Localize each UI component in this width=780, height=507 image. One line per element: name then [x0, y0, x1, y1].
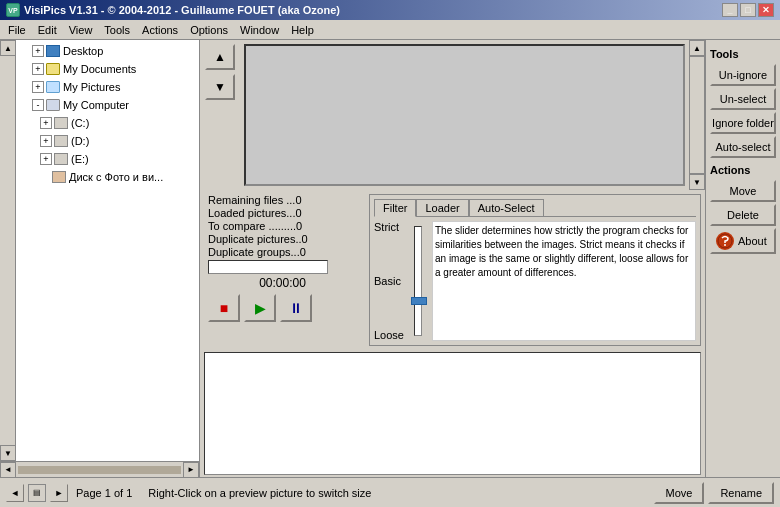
tree-expand-d[interactable]: +: [40, 135, 52, 147]
minimize-button[interactable]: _: [722, 3, 738, 17]
duplicate-groups-label: Duplicate groups...0: [208, 246, 306, 258]
menu-actions[interactable]: Actions: [136, 22, 184, 38]
status-right: Move Rename: [654, 482, 774, 504]
filter-tab-loader[interactable]: Loader: [416, 199, 468, 216]
window-controls: _ □ ✕: [722, 3, 774, 17]
scroll-down-btn[interactable]: ▼: [0, 445, 16, 461]
tree-item-drive-c[interactable]: + (C:): [18, 114, 197, 132]
stop-button[interactable]: ■: [208, 294, 240, 322]
to-compare-row: To compare .........0: [208, 220, 357, 232]
label-loose: Loose: [374, 329, 404, 341]
filter-description: The slider determines how strictly the p…: [432, 221, 696, 341]
preview-scroll-down[interactable]: ▼: [689, 174, 705, 190]
pause-button[interactable]: ⏸: [280, 294, 312, 322]
stats-and-filter: Remaining files ...0 Loaded pictures...0…: [200, 190, 705, 350]
menu-tools[interactable]: Tools: [98, 22, 136, 38]
app-title: VisiPics V1.31 - © 2004-2012 - Guillaume…: [24, 4, 340, 16]
scroll-thumb-h[interactable]: [18, 466, 181, 474]
un-select-button[interactable]: Un-select: [710, 88, 776, 110]
tree-item-my-computer[interactable]: - My Computer: [18, 96, 197, 114]
svg-point-1: [724, 244, 726, 246]
about-button[interactable]: About: [710, 228, 776, 254]
left-panel: ▲ ▼ + Desktop +: [0, 40, 200, 477]
stats-panel: Remaining files ...0 Loaded pictures...0…: [200, 190, 365, 350]
maximize-button[interactable]: □: [740, 3, 756, 17]
title-bar: VP VisiPics V1.31 - © 2004-2012 - Guilla…: [0, 0, 780, 20]
filter-content: Strict Basic Loose The slider determines…: [374, 221, 696, 341]
tree-item-drive-photo[interactable]: Диск с Фото и ви...: [18, 168, 197, 186]
menu-edit[interactable]: Edit: [32, 22, 63, 38]
play-button[interactable]: ▶: [244, 294, 276, 322]
my-pictures-icon: [46, 81, 60, 93]
vertical-scrollbar[interactable]: ▲ ▼: [0, 40, 16, 461]
nav-down-btn[interactable]: ▼: [205, 74, 235, 100]
horizontal-scrollbar[interactable]: ◄ ►: [0, 461, 199, 477]
remaining-files-row: Remaining files ...0: [208, 194, 357, 206]
preview-scroll-up[interactable]: ▲: [689, 40, 705, 56]
slider-thumb[interactable]: [411, 297, 427, 305]
menu-help[interactable]: Help: [285, 22, 320, 38]
auto-select-button[interactable]: Auto-select: [710, 136, 776, 158]
action-buttons: ■ ▶ ⏸: [208, 294, 357, 322]
duplicate-groups-row: Duplicate groups...0: [208, 246, 357, 258]
my-computer-icon: [46, 99, 60, 111]
tree-item-drive-d[interactable]: + (D:): [18, 132, 197, 150]
ignore-folder-button[interactable]: Ignore folder: [710, 112, 776, 134]
delete-button[interactable]: Delete: [710, 204, 776, 226]
tree-expand-my-computer[interactable]: -: [32, 99, 44, 111]
page-prev-btn[interactable]: ◄: [6, 484, 24, 502]
center-area: ▲ ▼ ▲ ▼: [200, 40, 705, 477]
tree-expand-my-documents[interactable]: +: [32, 63, 44, 75]
filter-panel: Filter Loader Auto-Select Strict Basic L…: [369, 194, 701, 346]
to-compare-label: To compare .........0: [208, 220, 302, 232]
nav-up-btn[interactable]: ▲: [205, 44, 235, 70]
label-strict: Strict: [374, 221, 404, 233]
status-move-button[interactable]: Move: [654, 482, 705, 504]
tree-expand-desktop[interactable]: +: [32, 45, 44, 57]
tree-item-my-documents[interactable]: + My Documents: [18, 60, 197, 78]
drive-e-icon: [54, 153, 68, 165]
desktop-icon: [46, 45, 60, 57]
about-label: About: [738, 235, 767, 247]
page-next-btn[interactable]: ►: [50, 484, 68, 502]
loaded-pictures-row: Loaded pictures...0: [208, 207, 357, 219]
tree-item-desktop[interactable]: + Desktop: [18, 42, 197, 60]
drive-d-icon: [54, 135, 68, 147]
page-text: Page 1 of 1: [76, 487, 132, 499]
scroll-left-btn[interactable]: ◄: [0, 462, 16, 478]
play-icon: ▶: [255, 300, 266, 316]
move-button[interactable]: Move: [710, 180, 776, 202]
time-display: 00:00:00: [208, 276, 357, 290]
down-arrow-icon: ▼: [214, 80, 226, 94]
menu-view[interactable]: View: [63, 22, 99, 38]
remaining-label: Remaining files ...0: [208, 194, 302, 206]
slider-track[interactable]: [414, 226, 422, 336]
my-documents-icon: [46, 63, 60, 75]
scroll-right-btn[interactable]: ►: [183, 462, 199, 478]
un-ignore-button[interactable]: Un-ignore: [710, 64, 776, 86]
middle-content: ▲ ▼ ▲ ▼: [200, 40, 780, 477]
duplicate-pics-row: Duplicate pictures..0: [208, 233, 357, 245]
menu-options[interactable]: Options: [184, 22, 234, 38]
page-indicator-icon: ▤: [28, 484, 46, 502]
filter-tab-auto-select[interactable]: Auto-Select: [469, 199, 544, 216]
page-indicator: ◄ ▤ ► Page 1 of 1: [6, 484, 132, 502]
tree-item-drive-e[interactable]: + (E:): [18, 150, 197, 168]
menu-window[interactable]: Window: [234, 22, 285, 38]
app-icon: VP: [6, 3, 20, 17]
close-button[interactable]: ✕: [758, 3, 774, 17]
progress-bar: [208, 260, 328, 274]
scroll-up-btn[interactable]: ▲: [0, 40, 16, 56]
tree-expand-c[interactable]: +: [40, 117, 52, 129]
tools-section-label: Tools: [710, 48, 776, 60]
stop-icon: ■: [220, 300, 228, 316]
menu-file[interactable]: File: [2, 22, 32, 38]
status-help-text: Right-Click on a preview picture to swit…: [148, 487, 371, 499]
tree-expand-my-pictures[interactable]: +: [32, 81, 44, 93]
tree-item-my-pictures[interactable]: + My Pictures: [18, 78, 197, 96]
tree-expand-e[interactable]: +: [40, 153, 52, 165]
filter-tab-filter[interactable]: Filter: [374, 199, 416, 217]
filter-tabs: Filter Loader Auto-Select: [374, 199, 696, 217]
slider-area: [408, 221, 428, 341]
status-rename-button[interactable]: Rename: [708, 482, 774, 504]
